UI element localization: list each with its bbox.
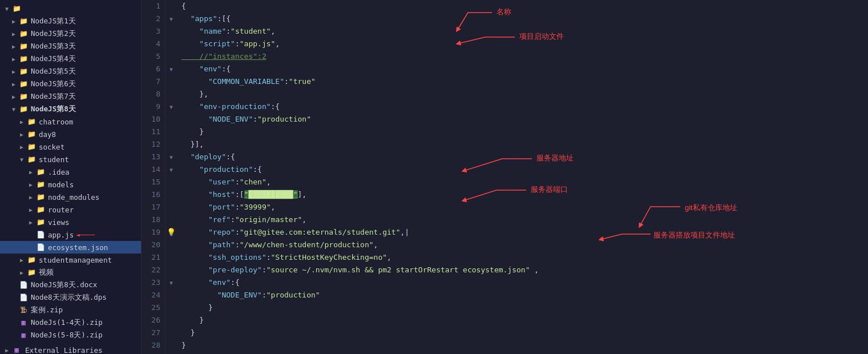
code-lines[interactable]: 名称项目启动文件服务器地址服务器端口git私有仓库地址服务器搭放项目文件地址 {… [177,0,868,354]
gutter-row-21[interactable] [167,251,176,264]
code-line-22[interactable]: "pre-deploy":"source ~/.nvm/nvm.sh && pm… [181,264,868,276]
sidebar-item-day8sub[interactable]: ▶ 📁 day8 [0,128,141,140]
code-line-16[interactable]: "host":["██████████"], [181,188,868,201]
sidebar-item-day8-dps[interactable]: ▶ 📄 Node8天演示文稿.dps [0,291,141,304]
code-line-11[interactable]: } [181,126,868,138]
gutter-row-10[interactable] [167,113,176,126]
code-line-7[interactable]: "COMMON_VARIABLE":"true" [181,75,868,88]
code-line-15[interactable]: "user":"chen", [181,176,868,188]
sidebar-item-nodejs-1-4-zip[interactable]: ▶ ▦ NodeJs(1-4天).zip [0,316,141,329]
gutter-row-24[interactable] [167,289,176,301]
gutter-row-22[interactable] [167,264,176,276]
tree-arrow-views: ▶ [26,219,35,226]
code-line-20[interactable]: "path":"/www/chen-student/production", [181,239,868,251]
sidebar-item-idea[interactable]: ▶ 📁 .idea [0,166,141,178]
code-line-25[interactable]: } [181,301,868,314]
gutter-row-6[interactable]: ▼ [167,63,176,75]
code-line-10[interactable]: "NODE_ENV":"production" [181,113,868,126]
gutter-row-26[interactable] [167,314,176,327]
sidebar-item-videos[interactable]: ▶ 📁 视频 [0,266,141,279]
code-line-19[interactable]: "repo":"git@gitee.com:eternals/student.g… [181,226,868,239]
sidebar-item-day7[interactable]: ▶ 📁 NodeJS第7天 [0,90,141,103]
code-line-14[interactable]: "production":{ [181,163,868,176]
code-line-12[interactable]: }], [181,138,868,151]
code-line-8[interactable]: }, [181,88,868,100]
sidebar-item-anli-zip[interactable]: ▶ 🗜 案例.zip [0,304,141,316]
code-line-18[interactable]: "ref":"origin/master", [181,214,868,226]
tree-arrow-day8: ▼ [9,106,18,112]
gutter-row-12[interactable] [167,138,176,151]
gutter-row-2[interactable]: ▼ [167,13,176,25]
sidebar-item-socket[interactable]: ▶ 📁 socket [0,140,141,153]
sidebar-item-day5[interactable]: ▶ 📁 NodeJS第5天 [0,65,141,78]
gutter-row-20[interactable] [167,239,176,251]
sidebar-item-day2[interactable]: ▶ 📁 NodeJS第2天 [0,27,141,40]
gutter-row-11[interactable] [167,126,176,138]
code-line-27[interactable]: } [181,327,868,339]
sidebar-item-ecosystem-json[interactable]: ▶ 📄 ecosystem.json [0,241,141,254]
sidebar-item-nodejs-5-8-zip[interactable]: ▶ ▦ NodeJs(5-8天).zip [0,329,141,341]
code-line-2[interactable]: "apps":[{ [181,13,868,25]
sidebar-item-day3[interactable]: ▶ 📁 NodeJS第3天 [0,40,141,53]
gutter-row-19[interactable]: 💡 [167,226,176,239]
sidebar-label-idea: .idea [48,168,70,176]
gutter-row-18[interactable] [167,214,176,226]
code-line-17[interactable]: "port":"39999", [181,201,868,214]
sidebar-label-day8-dps: Node8天演示文稿.dps [31,293,107,303]
sidebar-item-day1[interactable]: ▶ 📁 NodeJS第1天 [0,15,141,27]
sidebar-item-day6[interactable]: ▶ 📁 NodeJS第6天 [0,78,141,90]
gutter-row-13[interactable]: ▼ [167,151,176,163]
gutter-row-8[interactable] [167,88,176,100]
sidebar-item-day8[interactable]: ▼ 📁 NodeJS第8天 [0,103,141,115]
gutter-row-17[interactable] [167,201,176,214]
gutter-row-5[interactable] [167,50,176,63]
sidebar-item-studentmgmt[interactable]: ▶ 📁 studentmanagement [0,254,141,266]
tree-arrow-node-modules: ▶ [26,194,35,200]
code-line-21[interactable]: "ssh_options":"StrictHostKeyChecking=no"… [181,251,868,264]
code-line-26[interactable]: } [181,314,868,327]
code-line-24[interactable]: "NODE_ENV":"production" [181,289,868,301]
code-line-1[interactable]: { [181,0,868,13]
sidebar-item-day8-docx[interactable]: ▶ 📄 NodeJS第8天.docx [0,279,141,291]
line-number-19: 19 [144,226,160,239]
folder-icon-models: 📁 [35,180,46,188]
gutter-row-3[interactable] [167,25,176,38]
file-tree[interactable]: ▼ 📁 ▶ 📁 NodeJS第1天 ▶ 📁 NodeJS第2天 ▶ 📁 Node… [0,0,142,354]
gutter-row-27[interactable] [167,327,176,339]
folder-icon-videos: 📁 [26,268,37,276]
tree-arrow-day2: ▶ [9,31,18,37]
sidebar-item-app-js[interactable]: ▶ 📄 app.js ◄──── [0,228,141,241]
sidebar-item-models[interactable]: ▶ 📁 models [0,178,141,191]
sidebar-label-ext-libraries: External Libraries [25,346,102,355]
code-line-5[interactable]: //"instances":2 [181,50,868,63]
sidebar-item-root[interactable]: ▼ 📁 [0,2,141,15]
sidebar-label-day1: NodeJS第1天 [31,17,76,26]
code-line-13[interactable]: "deploy":{ [181,151,868,163]
code-line-6[interactable]: "env":{ [181,63,868,75]
sidebar-item-student[interactable]: ▼ 📁 student [0,153,141,166]
gutter-row-9[interactable]: ▼ [167,100,176,113]
folder-icon-day3: 📁 [18,42,29,50]
sidebar-item-node-modules[interactable]: ▶ 📁 node_modules [0,191,141,203]
gutter-row-7[interactable] [167,75,176,88]
code-line-28[interactable]: } [181,339,868,352]
code-line-9[interactable]: "env-production":{ [181,100,868,113]
gutter-row-4[interactable] [167,38,176,50]
gutter-row-25[interactable] [167,301,176,314]
code-line-3[interactable]: "name":"student", [181,25,868,38]
sidebar-item-day4[interactable]: ▶ 📁 NodeJS第4天 [0,53,141,65]
sidebar-item-chatroom[interactable]: ▶ 📁 chatroom [0,115,141,128]
gutter-row-1[interactable] [167,0,176,13]
gutter-row-23[interactable]: ▼ [167,276,176,289]
gutter-row-28[interactable] [167,339,176,352]
gutter-row-16[interactable] [167,188,176,201]
sidebar-item-router[interactable]: ▶ 📁 router [0,203,141,216]
code-line-23[interactable]: "env":{ [181,276,868,289]
sidebar-item-ext-libraries[interactable]: ▶ ▦ External Libraries [0,344,141,354]
gutter-row-15[interactable] [167,176,176,188]
code-line-4[interactable]: "script":"app.js", [181,38,868,50]
gutter-row-14[interactable]: ▼ [167,163,176,176]
sidebar-item-views[interactable]: ▶ 📁 views [0,216,141,228]
file-icon-day8-docx: 📄 [18,281,29,289]
code-container[interactable]: 1234567891011121314151617181920212223242… [142,0,868,354]
